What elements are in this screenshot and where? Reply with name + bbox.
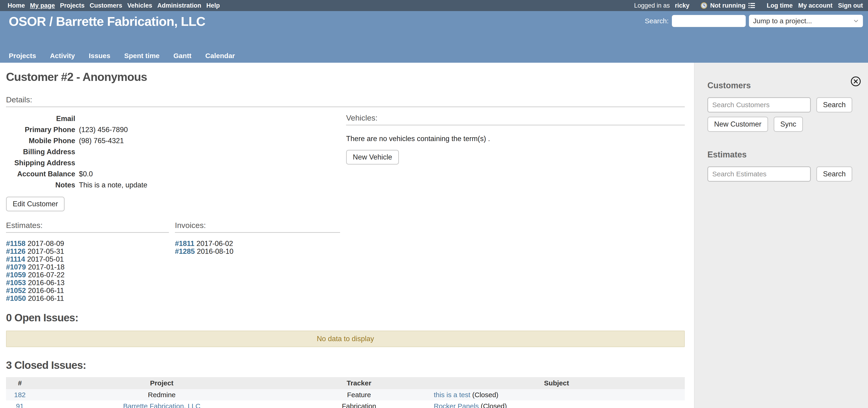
project-tab[interactable]: Calendar	[205, 52, 235, 60]
timer-widget[interactable]: Not running	[701, 2, 755, 9]
estimate-date: 2016-06-11	[28, 286, 64, 295]
top-menu: HomeMy pageProjectsCustomersVehiclesAdmi…	[5, 2, 222, 9]
sidebar-close-button[interactable]	[850, 76, 861, 87]
estimate-link[interactable]: #1114	[6, 255, 25, 263]
estimate-date: 2017-08-09	[28, 239, 64, 247]
field-label: Mobile Phone	[6, 135, 75, 146]
customer-fields-table: Email Primary Phone (123) 456-7890	[6, 113, 147, 191]
project-tab[interactable]: Issues	[89, 52, 110, 60]
account-links: Log timeMy accountSign out	[767, 2, 863, 9]
project-name: Redmine	[148, 391, 176, 399]
invoice-link[interactable]: #1811	[175, 239, 194, 247]
field-label: Primary Phone	[6, 124, 75, 135]
column-header-tracker: Tracker	[290, 377, 428, 389]
estimate-date: 2017-05-31	[28, 247, 64, 256]
details-column: Email Primary Phone (123) 456-7890	[6, 113, 346, 302]
close-icon	[850, 76, 861, 87]
timer-status: Not running	[710, 2, 745, 9]
project-header: OSOR / Barrette Fabrication, LLC Search:…	[0, 11, 868, 63]
top-menu-item[interactable]: Home	[5, 2, 27, 9]
no-data-text: No data to display	[317, 335, 374, 343]
open-issues-heading: 0 Open Issues:	[6, 312, 685, 324]
list-item: #11262017-05-31	[6, 247, 169, 256]
closed-issues-table: # Project Tracker Subject 182 Redmine Fe…	[6, 377, 685, 408]
chevron-down-icon	[854, 20, 858, 22]
search-estimates-input[interactable]	[707, 166, 811, 182]
list-item: #10532016-06-13	[6, 279, 169, 287]
new-customer-button[interactable]: New Customer	[707, 116, 768, 132]
estimate-link[interactable]: #1158	[6, 239, 26, 247]
search-input[interactable]	[672, 15, 746, 27]
account-link[interactable]: My account	[798, 2, 833, 9]
project-tab[interactable]: Activity	[50, 52, 75, 60]
account-link[interactable]: Sign out	[838, 2, 863, 9]
project-tabs: ProjectsActivityIssuesSpent timeGanttCal…	[0, 52, 235, 63]
top-menu-item[interactable]: Administration	[155, 2, 204, 9]
search-estimates-button[interactable]: Search	[816, 166, 852, 182]
closed-issues-heading: 3 Closed Issues:	[6, 359, 685, 371]
search-customers-button[interactable]: Search	[816, 97, 852, 112]
estimates-search-row: Search	[707, 166, 859, 182]
estimate-link[interactable]: #1079	[6, 263, 26, 271]
estimates-section: Estimates: #11582017-08-09 #11262017-05	[6, 220, 169, 302]
list-item: #10592016-07-22	[6, 271, 169, 279]
estimate-date: 2017-05-01	[27, 255, 64, 263]
username: ricky	[675, 2, 689, 9]
estimate-link[interactable]: #1052	[6, 286, 26, 295]
top-menu-item[interactable]: Projects	[58, 2, 87, 9]
list-item: #10522016-06-11	[6, 287, 169, 295]
field-label: Billing Address	[6, 146, 75, 158]
estimate-link[interactable]: #1050	[6, 294, 26, 302]
jump-to-project-select[interactable]: Jump to a project...	[749, 15, 863, 27]
top-menu-item[interactable]: Customers	[87, 2, 125, 9]
project-tab[interactable]: Spent time	[124, 52, 159, 60]
field-value: $0.0	[75, 169, 147, 179]
estimate-link[interactable]: #1059	[6, 271, 26, 279]
list-icon[interactable]	[748, 3, 755, 8]
project-link[interactable]: Barrette Fabrication, LLC	[123, 402, 200, 408]
search-label: Search:	[645, 17, 669, 25]
table-header-row: # Project Tracker Subject	[6, 377, 685, 389]
tracker-name: Fabrication	[342, 402, 376, 408]
invoice-date: 2016-08-10	[197, 247, 234, 256]
issue-id-link[interactable]: 91	[16, 402, 24, 408]
list-item: #11142017-05-01	[6, 256, 169, 263]
issue-subject-link[interactable]: this is a test	[434, 391, 470, 399]
new-vehicle-button[interactable]: New Vehicle	[346, 150, 399, 165]
field-row: Shipping Address	[6, 158, 147, 169]
customers-search-row: Search	[707, 97, 859, 112]
table-row: 182 Redmine Feature this is a test (Clos…	[6, 389, 685, 400]
issue-status-suffix: (Closed)	[470, 391, 498, 399]
invoices-section: Invoices: #18112017-06-02 #12852016-08-	[175, 220, 340, 302]
top-menu-item[interactable]: My page	[27, 2, 58, 9]
edit-customer-button[interactable]: Edit Customer	[6, 197, 65, 211]
estimate-link[interactable]: #1053	[6, 279, 26, 287]
sync-button[interactable]: Sync	[774, 116, 803, 132]
sidebar: Customers Search New Customer Sync Estim…	[694, 63, 868, 408]
list-item: #12852016-08-10	[175, 247, 340, 256]
main-area: Customer #2 - Anonymous Details: Email	[0, 63, 868, 408]
field-value	[75, 113, 147, 124]
estimate-date: 2016-06-13	[28, 279, 65, 287]
field-row: Mobile Phone (98) 765-4321	[6, 135, 147, 146]
invoices-section-label: Invoices:	[175, 220, 340, 233]
customers-buttons-row: New Customer Sync	[707, 116, 859, 132]
field-label: Email	[6, 113, 75, 124]
top-menu-item[interactable]: Help	[204, 2, 222, 9]
estimate-date: 2016-06-11	[28, 294, 64, 302]
issue-id-link[interactable]: 182	[14, 391, 26, 399]
project-tab[interactable]: Projects	[9, 52, 36, 60]
project-tab[interactable]: Gantt	[174, 52, 191, 60]
top-menu-item[interactable]: Vehicles	[125, 2, 155, 9]
estimate-link[interactable]: #1126	[6, 247, 26, 256]
account-link[interactable]: Log time	[767, 2, 793, 9]
list-item: #10502016-06-11	[6, 295, 169, 302]
invoice-link[interactable]: #1285	[175, 247, 195, 256]
column-header-id: #	[6, 377, 34, 389]
list-item: #18112017-06-02	[175, 240, 340, 247]
field-row: Email	[6, 113, 147, 124]
table-row: 91 Barrette Fabrication, LLC Fabrication…	[6, 400, 685, 408]
search-customers-input[interactable]	[707, 97, 811, 112]
top-account-area: Logged in as ricky Not running	[634, 2, 863, 9]
issue-subject-link[interactable]: Rocker Panels	[434, 402, 479, 408]
